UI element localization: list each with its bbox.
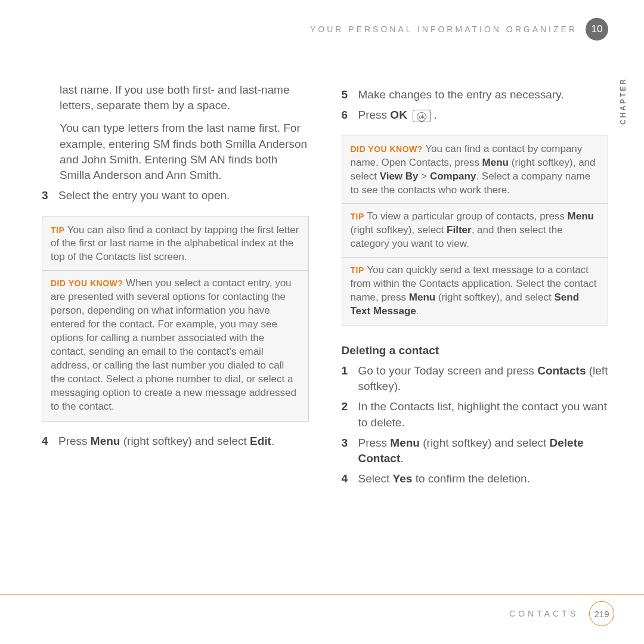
- bold-menu: Menu: [409, 292, 435, 303]
- text: To view a particular group of contacts, …: [364, 210, 568, 222]
- text: to confirm the deletion.: [412, 472, 530, 485]
- text: Press: [358, 109, 391, 121]
- page: YOUR PERSONAL INFORMATION ORGANIZER 10 C…: [0, 0, 644, 492]
- step-number: 5: [342, 87, 358, 103]
- step-text: Press OK ok .: [358, 107, 609, 123]
- text: >: [419, 171, 430, 182]
- dyk-label: DID YOU KNOW?: [351, 144, 423, 154]
- callout-divider: [342, 203, 608, 204]
- columns: last name. If you use both first- and la…: [42, 82, 608, 492]
- callout-divider: [342, 257, 608, 258]
- text: Press: [358, 436, 391, 449]
- bold-menu: Menu: [390, 436, 420, 449]
- right-column: 5 Make changes to the entry as necessary…: [342, 82, 609, 492]
- bold-contacts: Contacts: [537, 364, 586, 377]
- text: (right softkey), select: [351, 224, 447, 236]
- step-number: 4: [42, 434, 58, 449]
- footer: CONTACTS 219: [0, 595, 644, 626]
- text: .: [400, 452, 403, 465]
- bold-menu: Menu: [568, 210, 594, 222]
- step-number: 6: [342, 107, 358, 123]
- tip-label: TIP: [51, 225, 64, 235]
- step-3: 3 Select the entry you want to open.: [42, 188, 309, 203]
- did-you-know-block: DID YOU KNOW? You can find a contact by …: [351, 143, 600, 197]
- dyk-label: DID YOU KNOW?: [51, 278, 123, 288]
- step-text: Go to your Today screen and press Contac…: [358, 363, 609, 394]
- bold-ok: OK: [390, 109, 407, 121]
- tip-label: TIP: [351, 212, 364, 221]
- text: .: [271, 435, 274, 447]
- bold-menu: Menu: [482, 157, 509, 168]
- step-4: 4 Press Menu (right softkey) and select …: [42, 434, 309, 449]
- heading-deleting-contact: Deleting a contact: [342, 343, 609, 358]
- text: (right softkey) and select: [420, 436, 550, 449]
- text: Press: [58, 435, 91, 447]
- ok-button-icon: ok: [413, 110, 431, 122]
- footer-section-label: CONTACTS: [509, 609, 578, 618]
- dyk-text: When you select a contact entry, you are…: [51, 277, 296, 411]
- step-text: In the Contacts list, highlight the cont…: [358, 399, 609, 430]
- text: .: [431, 109, 437, 121]
- step-text: Select Yes to confirm the deletion.: [358, 471, 609, 487]
- left-column: last name. If you use both first- and la…: [42, 82, 309, 492]
- step-number: 3: [42, 188, 58, 203]
- step-number: 4: [342, 471, 358, 487]
- callout-box-left: TIP You can also find a contact by tappi…: [42, 216, 309, 422]
- text: (right softkey) and select: [120, 435, 250, 447]
- delete-step-4: 4 Select Yes to confirm the deletion.: [342, 471, 609, 487]
- ok-circle-icon: ok: [417, 112, 426, 122]
- bold-edit: Edit: [250, 435, 271, 447]
- tip-label: TIP: [351, 265, 364, 275]
- text: (right softkey), and select: [435, 292, 554, 303]
- text: Go to your Today screen and press: [358, 364, 538, 377]
- text: .: [416, 305, 419, 317]
- callout-divider: [42, 270, 308, 271]
- step-number: 2: [342, 399, 358, 430]
- delete-step-2: 2 In the Contacts list, highlight the co…: [342, 399, 609, 430]
- header-row: YOUR PERSONAL INFORMATION ORGANIZER 10: [42, 18, 608, 41]
- step-number: 3: [342, 435, 358, 466]
- step-text: Select the entry you want to open.: [58, 188, 309, 203]
- step-text: Make changes to the entry as necessary.: [358, 87, 609, 103]
- callout-box-right: DID YOU KNOW? You can find a contact by …: [342, 135, 609, 326]
- tip-text: You can also find a contact by tapping t…: [51, 224, 299, 263]
- bold-menu: Menu: [91, 435, 120, 447]
- para-continuation: last name. If you use both first- and la…: [42, 82, 309, 113]
- text: Select: [358, 472, 393, 485]
- tip-block-1: TIP To view a particular group of contac…: [351, 210, 600, 251]
- step-5: 5 Make changes to the entry as necessary…: [342, 87, 609, 103]
- tip-block-2: TIP You can quickly send a text message …: [351, 264, 600, 318]
- bold-company: Company: [430, 171, 476, 182]
- para-example: You can type letters from the last name …: [42, 120, 309, 183]
- tip-block: TIP You can also find a contact by tappi…: [51, 224, 300, 265]
- page-number-badge: 219: [589, 601, 614, 626]
- step-number: 1: [342, 363, 358, 394]
- delete-step-1: 1 Go to your Today screen and press Cont…: [342, 363, 609, 394]
- chapter-side-label: CHAPTER: [619, 78, 627, 125]
- delete-step-3: 3 Press Menu (right softkey) and select …: [342, 435, 609, 466]
- step-6: 6 Press OK ok .: [342, 107, 609, 123]
- step-text: Press Menu (right softkey) and select De…: [358, 435, 609, 466]
- step-text: Press Menu (right softkey) and select Ed…: [58, 434, 309, 449]
- chapter-badge: 10: [586, 18, 608, 41]
- bold-filter: Filter: [447, 224, 472, 236]
- bold-yes: Yes: [393, 472, 413, 485]
- did-you-know-block: DID YOU KNOW? When you select a contact …: [51, 277, 300, 413]
- bold-view-by: View By: [380, 171, 419, 182]
- running-head: YOUR PERSONAL INFORMATION ORGANIZER: [310, 24, 577, 34]
